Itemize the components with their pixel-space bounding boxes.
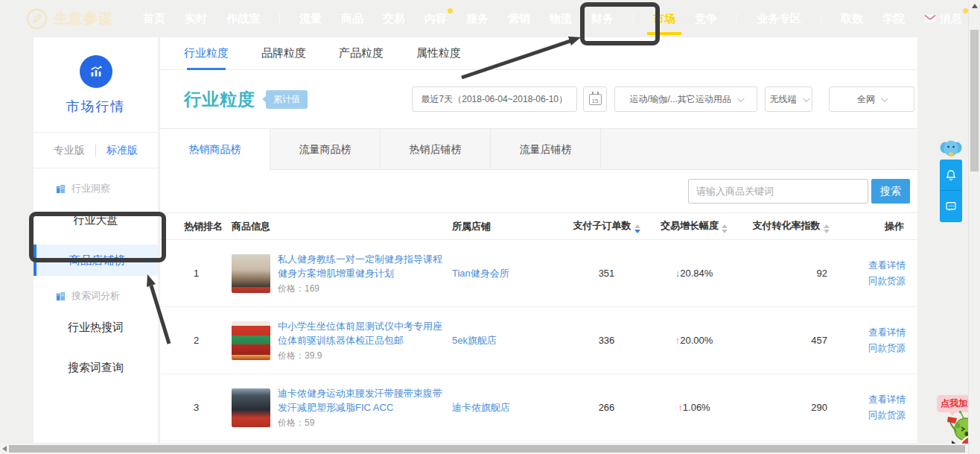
sort-icon[interactable] [824, 224, 830, 233]
tab-pro-version[interactable]: 专业版 [54, 144, 85, 157]
scroll-left-arrow-icon[interactable] [2, 446, 7, 452]
nav-item-goods[interactable]: 商品 [341, 0, 363, 37]
view-detail-link[interactable]: 查看详情 [839, 258, 906, 274]
table-row: 1 私人健身教练一对一定制健身指导课程健身方案增肌增重健身计划 价格：169 T… [160, 240, 917, 307]
nav-item-home[interactable]: 首页 [143, 0, 165, 37]
bell-icon [944, 168, 958, 182]
tab-product-granularity[interactable]: 产品粒度 [339, 37, 384, 70]
trade-growth-value: ↓20.84% [646, 268, 742, 279]
operations: 查看详情 同款货源 [839, 325, 909, 356]
tab-standard-version[interactable]: 标准版 [106, 144, 138, 157]
compass-logo-icon [27, 9, 47, 29]
product-price: 价格：59 [278, 417, 448, 429]
nav-item-service[interactable]: 服务 [466, 0, 489, 37]
sidebar-title: 市场行情 [34, 98, 158, 116]
rank-number: 3 [184, 402, 232, 413]
tab-attribute-granularity[interactable]: 属性粒度 [416, 37, 461, 70]
sidebar-header: 市场行情 [34, 37, 158, 133]
chevron-down-icon [802, 95, 809, 102]
brand[interactable]: 生意参谋 [27, 9, 113, 29]
sidebar-item-search-word-query[interactable]: 搜索词查询 [34, 352, 158, 383]
nav-item-messages[interactable]: 消息 [924, 0, 962, 37]
nav-separator [633, 13, 634, 25]
tab-traffic-shops[interactable]: 流量店铺榜 [491, 129, 601, 170]
product-title-link[interactable]: 中小学生坐位体前屈测试仪中考专用座位体前驱训练器体检正品包邮 [278, 319, 448, 347]
nav-item-trade[interactable]: 交易 [383, 0, 405, 37]
nav-item-content[interactable]: 内容 [424, 0, 447, 37]
tab-hot-products[interactable]: 热销商品榜 [160, 129, 270, 171]
category-dropdown[interactable]: 运动/瑜伽/...其它运动用品 [614, 86, 757, 112]
product-title-link[interactable]: 私人健身教练一对一定制健身指导课程健身方案增肌增重健身计划 [278, 252, 448, 280]
notification-dot [963, 8, 968, 13]
sidebar-item-hot-search-words[interactable]: 行业热搜词 [34, 312, 158, 343]
sidebar: 市场行情 专业版 标准版 行业洞察 行业大盘 商品店铺榜 搜索词分析 行业热搜词… [34, 37, 158, 443]
main-content: 行业粒度 品牌粒度 产品粒度 属性粒度 行业粒度 累计值 最近7天（2018-0… [160, 37, 917, 443]
elephant-mascot [939, 138, 963, 162]
vertical-scroll-thumb[interactable] [970, 30, 979, 171]
nav-item-realtime[interactable]: 实时 [185, 0, 207, 37]
side-widget [940, 160, 962, 222]
market-chart-icon[interactable] [80, 55, 112, 88]
tab-traffic-products[interactable]: 流量商品榜 [270, 129, 381, 170]
same-supply-link[interactable]: 同款货源 [839, 341, 906, 356]
date-range-selector[interactable]: 最近7天（2018-06-04~2018-06-10） [412, 86, 577, 112]
notifications-button[interactable] [940, 160, 962, 191]
nav-separator [821, 13, 821, 25]
nav-item-business-zone[interactable]: 业务专区 [757, 0, 801, 37]
nav-separator [279, 13, 280, 25]
table-header: 热销排名 商品信息 所属店铺 支付子订单数 交易增长幅度 支付转化率指数 操作 [160, 212, 917, 240]
tab-hot-shops[interactable]: 热销店铺榜 [381, 129, 491, 170]
nav-item-market[interactable]: 市场 [653, 0, 675, 37]
same-supply-link[interactable]: 同款货源 [839, 274, 906, 289]
nav-item-warroom[interactable]: 作战室 [226, 0, 260, 37]
trade-growth-value: ↑20.00% [646, 335, 742, 346]
sidebar-item-product-shop-ranking[interactable]: 商品店铺榜 [34, 245, 158, 276]
sidebar-item-industry-overview[interactable]: 行业大盘 [34, 204, 158, 236]
table-row: 3 迪卡侬健身运动束腰发汗带腰带束腹带发汗减肥塑形减脂FIC ACC 价格：59… [160, 374, 917, 441]
view-detail-link[interactable]: 查看详情 [839, 325, 906, 341]
notification-dot [448, 8, 453, 13]
nav-item-traffic[interactable]: 流量 [299, 0, 322, 37]
keyword-search-input[interactable] [688, 179, 868, 204]
nav-item-academy[interactable]: 学院 [882, 0, 905, 37]
product-info: 私人健身教练一对一定制健身指导课程健身方案增肌增重健身计划 价格：169 [232, 252, 452, 295]
terminal-dropdown[interactable]: 无线端 [765, 86, 812, 112]
nav-item-logistics[interactable]: 物流 [550, 0, 572, 37]
scope-dropdown[interactable]: 全网 [829, 86, 914, 112]
shop-link[interactable]: Tian健身会所 [452, 267, 567, 280]
sort-icon[interactable] [722, 224, 728, 233]
tab-industry-granularity[interactable]: 行业粒度 [184, 37, 229, 70]
nav-item-competition[interactable]: 竞争 [695, 0, 717, 37]
tab-brand-granularity[interactable]: 品牌粒度 [261, 37, 306, 70]
search-button[interactable]: 搜索 [871, 179, 910, 204]
operations: 查看详情 同款货源 [839, 392, 909, 423]
chat-button[interactable] [940, 191, 962, 222]
building-icon [56, 184, 66, 194]
divider [95, 145, 96, 157]
product-title-link[interactable]: 迪卡侬健身运动束腰发汗带腰带束腹带发汗减肥塑形减脂FIC ACC [278, 386, 448, 414]
horizontal-scroll-thumb[interactable] [9, 445, 965, 453]
product-image[interactable] [232, 321, 270, 360]
paid-suborders-value: 266 [567, 402, 646, 413]
shop-link[interactable]: 5ek旗舰店 [452, 334, 567, 347]
same-supply-link[interactable]: 同款货源 [839, 408, 906, 423]
sort-icon[interactable] [634, 224, 640, 233]
nav-menu: 首页 实时 作战室 流量 商品 交易 内容 服务 营销 物流 财务 市场 竞争 … [143, 0, 962, 37]
vertical-scrollbar[interactable] [968, 0, 980, 454]
nav-item-marketing[interactable]: 营销 [508, 0, 530, 37]
product-image[interactable] [232, 254, 270, 293]
nav-item-data-fetch[interactable]: 取数 [841, 0, 863, 37]
product-image[interactable] [232, 388, 270, 427]
horizontal-scrollbar[interactable] [0, 444, 968, 454]
calendar-button[interactable]: 15 [583, 86, 607, 112]
chat-bubble-icon [944, 200, 958, 213]
shop-link[interactable]: 迪卡侬旗舰店 [452, 401, 567, 414]
view-detail-link[interactable]: 查看详情 [839, 392, 906, 408]
search-row: 搜索 [160, 170, 917, 212]
top-nav: 生意参谋 首页 实时 作战室 流量 商品 交易 内容 服务 营销 物流 财务 市… [0, 0, 980, 37]
scroll-up-arrow-icon[interactable] [972, 4, 978, 8]
nav-item-finance[interactable]: 财务 [591, 0, 614, 37]
envelope-icon [924, 14, 936, 23]
cumulative-value-badge: 累计值 [266, 90, 308, 109]
col-rank: 热销排名 [184, 220, 232, 233]
